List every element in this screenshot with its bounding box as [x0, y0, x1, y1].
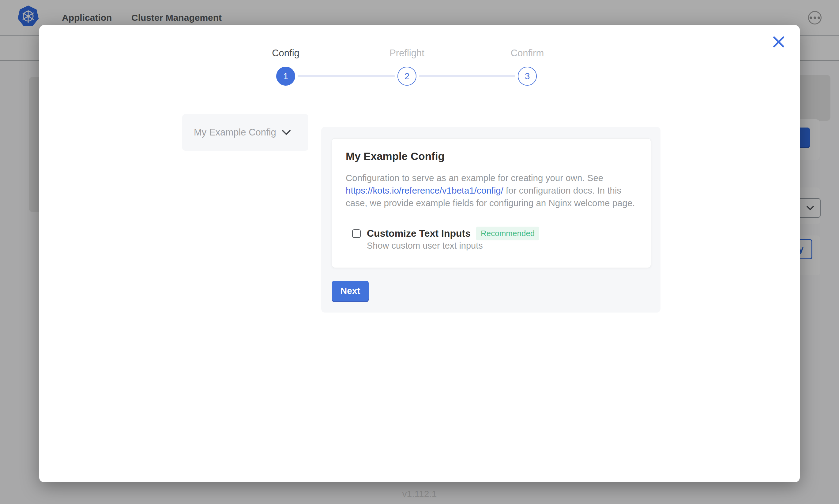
step-circle-2[interactable]: 2 — [397, 67, 416, 86]
customize-text-inputs-label[interactable]: Customize Text Inputs — [367, 228, 470, 239]
step-connector — [298, 75, 395, 77]
recommended-badge: Recommended — [476, 227, 539, 240]
next-button[interactable]: Next — [332, 281, 369, 301]
config-group-dropdown-label: My Example Config — [194, 127, 276, 138]
customize-text-inputs-help: Show custom user text inputs — [367, 241, 483, 251]
step-label-preflight: Preflight — [367, 48, 447, 59]
config-docs-link[interactable]: https://kots.io/reference/v1beta1/config… — [346, 185, 503, 195]
customize-text-inputs-row: Customize Text Inputs Recommended — [352, 227, 539, 240]
config-group-title: My Example Config — [346, 150, 445, 162]
config-panel: My Example Config Configuration to serve… — [321, 127, 661, 312]
config-group-description: Configuration to serve as an example for… — [346, 172, 641, 209]
customize-text-inputs-checkbox[interactable] — [352, 229, 361, 238]
step-connector — [419, 75, 515, 77]
config-group-card: My Example Config Configuration to serve… — [331, 138, 651, 268]
config-group-dropdown[interactable]: My Example Config — [182, 114, 308, 151]
config-wizard-modal: Config Preflight Confirm 1 2 3 My Exampl… — [39, 25, 800, 482]
chevron-down-icon — [282, 130, 291, 135]
step-label-confirm: Confirm — [487, 48, 567, 59]
step-label-config: Config — [246, 48, 325, 59]
step-circle-3[interactable]: 3 — [518, 67, 537, 86]
step-circle-1[interactable]: 1 — [276, 67, 295, 86]
close-icon[interactable] — [772, 35, 786, 49]
